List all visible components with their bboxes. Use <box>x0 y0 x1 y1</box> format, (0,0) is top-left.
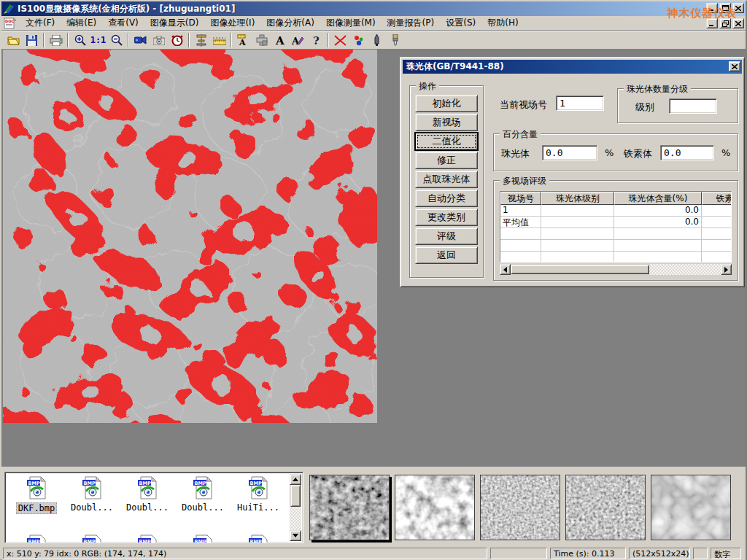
cell[interactable] <box>702 217 732 228</box>
cell[interactable]: 0.0 <box>614 217 702 228</box>
open-button[interactable] <box>4 32 23 49</box>
measure-scale-button[interactable]: A <box>234 32 252 49</box>
table-row[interactable] <box>500 228 731 240</box>
cell[interactable] <box>500 240 541 252</box>
multiview-table[interactable]: 视场号 珠光体级别 珠光体含量(%) 铁素体含量(%) 1 0.0 平均值 <box>500 191 732 262</box>
file-name[interactable]: Doubl... <box>180 502 225 513</box>
ruler-button[interactable] <box>210 32 228 49</box>
mdi-minimize-button[interactable] <box>706 18 718 28</box>
cell[interactable]: 平均值 <box>500 217 541 228</box>
file-item[interactable]: BMP <box>65 534 119 543</box>
fill-brush-button[interactable] <box>386 32 404 49</box>
text-button[interactable]: A <box>271 32 289 49</box>
cell[interactable] <box>702 205 732 217</box>
close-button[interactable] <box>732 3 744 13</box>
grade-button[interactable]: 评级 <box>415 228 478 245</box>
zoom-out-button[interactable] <box>107 32 125 49</box>
thumbnail-1[interactable] <box>309 475 390 540</box>
mdi-close-button[interactable] <box>732 18 744 28</box>
menu-file[interactable]: 文件(F) <box>20 15 61 31</box>
scroll-left-button[interactable] <box>500 264 511 275</box>
new-view-button[interactable]: 新视场 <box>415 114 478 131</box>
correct-button[interactable]: 修正 <box>415 152 478 169</box>
scroll-up-button[interactable] <box>290 474 301 485</box>
cell[interactable]: 1 <box>500 205 541 217</box>
scroll-thumb[interactable] <box>511 265 649 274</box>
table-row[interactable] <box>500 240 731 252</box>
print-button[interactable] <box>47 32 65 49</box>
init-button[interactable]: 初始化 <box>415 95 478 112</box>
thumbnail-2[interactable] <box>395 475 475 540</box>
col-ferrite-content[interactable]: 铁素体含量(%) <box>702 192 732 205</box>
cell[interactable] <box>702 252 732 262</box>
minimize-button[interactable] <box>706 3 718 13</box>
file-list-scrollbar[interactable] <box>290 474 301 541</box>
menu-measure-report[interactable]: 测量报告(P) <box>382 15 441 31</box>
file-list[interactable]: BMP DKF.bmp BMP Doubl... BMP <box>4 472 303 543</box>
auto-classify-button[interactable]: 自动分类 <box>415 190 478 207</box>
binarize-button[interactable]: 二值化 <box>415 133 478 150</box>
caliper-button[interactable] <box>192 32 210 49</box>
mdi-restore-button[interactable] <box>719 18 731 28</box>
col-pearlite-grade[interactable]: 珠光体级别 <box>541 192 614 205</box>
maximize-button[interactable] <box>719 3 731 13</box>
change-class-button[interactable]: 更改类别 <box>415 209 478 226</box>
table-horizontal-scrollbar[interactable] <box>500 264 732 275</box>
cell[interactable] <box>702 228 732 240</box>
actual-size-button[interactable]: 1:1 <box>89 32 107 49</box>
file-name[interactable]: HuiTi... <box>236 502 281 513</box>
ferrite-percent-input[interactable] <box>660 145 714 160</box>
file-item[interactable]: BMP HuiTi... <box>231 475 285 513</box>
timer-button[interactable] <box>168 32 186 49</box>
thumbnail-3[interactable] <box>480 475 560 540</box>
file-item[interactable]: BMP <box>9 534 63 543</box>
grade-input[interactable] <box>669 98 717 114</box>
table-row[interactable] <box>500 252 731 262</box>
menu-image-display[interactable]: 图像显示(D) <box>144 15 205 31</box>
file-name[interactable]: Doubl... <box>69 502 115 513</box>
col-pearlite-content[interactable]: 珠光体含量(%) <box>614 192 702 205</box>
table-row[interactable]: 1 0.0 <box>500 205 731 217</box>
dialog-title-bar[interactable]: 珠光体(GB/T9441-88) <box>403 60 742 74</box>
cell[interactable] <box>541 217 614 228</box>
scroll-track[interactable] <box>649 264 721 275</box>
menu-image-analysis[interactable]: 图像分析(A) <box>260 15 320 31</box>
file-item[interactable]: BMP <box>120 534 174 543</box>
scroll-thumb[interactable] <box>290 485 301 507</box>
current-view-input[interactable] <box>556 96 604 111</box>
file-item[interactable]: BMP <box>176 534 230 543</box>
menu-edit[interactable]: 编辑(E) <box>61 15 102 31</box>
file-item[interactable]: BMP DKF.bmp <box>9 475 63 514</box>
help-button[interactable]: ? <box>307 32 325 49</box>
scroll-down-button[interactable] <box>290 530 301 541</box>
scroll-right-button[interactable] <box>721 264 732 275</box>
file-item[interactable]: BMP Doubl... <box>65 475 119 513</box>
menu-image-processing[interactable]: 图像处理(I) <box>204 15 260 31</box>
snapshot-button[interactable] <box>150 32 168 49</box>
save-button[interactable] <box>23 32 41 49</box>
cell[interactable] <box>500 228 541 240</box>
cell[interactable] <box>500 252 541 262</box>
menu-view[interactable]: 查看(V) <box>102 15 144 31</box>
cell[interactable] <box>614 228 702 240</box>
cell[interactable] <box>541 205 614 217</box>
video-camera-button[interactable] <box>131 32 150 49</box>
probe-pen-button[interactable] <box>368 32 386 49</box>
cell[interactable]: 0.0 <box>614 205 702 217</box>
pearlite-percent-input[interactable] <box>542 145 597 160</box>
phase-dots-button[interactable] <box>349 32 368 49</box>
thumbnail-5[interactable] <box>651 475 731 540</box>
mdi-document-icon[interactable]: DOC <box>4 18 17 29</box>
split-curve-button[interactable] <box>331 32 349 49</box>
cell[interactable] <box>614 252 702 262</box>
thumbnail-4[interactable] <box>565 475 646 540</box>
cell[interactable] <box>702 240 732 252</box>
cell[interactable] <box>541 228 614 240</box>
file-name[interactable]: Doubl... <box>125 502 170 513</box>
scroll-track[interactable] <box>290 507 301 530</box>
back-button[interactable]: 返回 <box>415 246 478 264</box>
menu-image-measure[interactable]: 图像测量(M) <box>320 15 382 31</box>
metallographic-image-canvas[interactable] <box>3 50 377 423</box>
table-row[interactable]: 平均值 0.0 <box>500 217 731 228</box>
menu-help[interactable]: 帮助(H) <box>481 15 524 31</box>
